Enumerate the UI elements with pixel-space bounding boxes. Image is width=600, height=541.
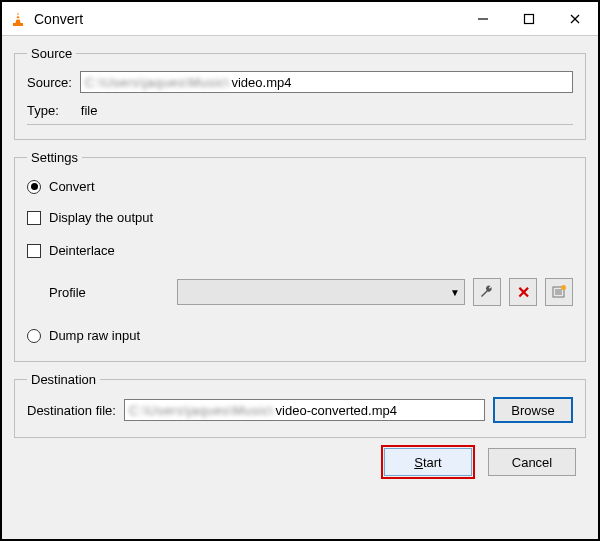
browse-button[interactable]: Browse bbox=[493, 397, 573, 423]
start-button[interactable]: Start bbox=[384, 448, 472, 476]
convert-dialog: Convert Source Source: C:\Users\jaques\M… bbox=[0, 0, 600, 541]
svg-rect-1 bbox=[16, 15, 20, 16]
dump-raw-radio-row[interactable]: Dump raw input bbox=[27, 328, 573, 343]
destination-file-label: Destination file: bbox=[27, 403, 116, 418]
cancel-button[interactable]: Cancel bbox=[488, 448, 576, 476]
profile-combobox[interactable]: ▼ bbox=[177, 279, 465, 305]
delete-profile-button[interactable]: ✕ bbox=[509, 278, 537, 306]
convert-radio-row[interactable]: Convert bbox=[27, 179, 573, 194]
settings-legend: Settings bbox=[27, 150, 82, 165]
destination-legend: Destination bbox=[27, 372, 100, 387]
maximize-button[interactable] bbox=[506, 2, 552, 35]
wrench-icon bbox=[479, 284, 495, 300]
new-profile-button[interactable] bbox=[545, 278, 573, 306]
radio-icon bbox=[27, 329, 41, 343]
settings-group: Settings Convert Display the output Dein… bbox=[14, 150, 586, 362]
svg-point-12 bbox=[561, 285, 566, 290]
display-output-label: Display the output bbox=[49, 210, 153, 225]
titlebar: Convert bbox=[2, 2, 598, 36]
type-value: file bbox=[81, 103, 98, 118]
destination-path-filename: video-converted.mp4 bbox=[276, 403, 397, 418]
start-button-label: Start bbox=[414, 455, 441, 470]
source-legend: Source bbox=[27, 46, 76, 61]
deinterlace-checkbox[interactable]: Deinterlace bbox=[27, 243, 573, 258]
display-output-checkbox[interactable]: Display the output bbox=[27, 210, 573, 225]
source-path-filename: video.mp4 bbox=[231, 75, 291, 90]
close-button[interactable] bbox=[552, 2, 598, 35]
dump-raw-radio-label: Dump raw input bbox=[49, 328, 140, 343]
x-icon: ✕ bbox=[517, 283, 530, 302]
deinterlace-label: Deinterlace bbox=[49, 243, 115, 258]
destination-file-input[interactable]: C:\Users\jaques\Music\ video-converted.m… bbox=[124, 399, 485, 421]
minimize-button[interactable] bbox=[460, 2, 506, 35]
edit-profile-button[interactable] bbox=[473, 278, 501, 306]
chevron-down-icon: ▼ bbox=[450, 287, 460, 298]
source-group: Source Source: C:\Users\jaques\Music\ vi… bbox=[14, 46, 586, 140]
destination-group: Destination Destination file: C:\Users\j… bbox=[14, 372, 586, 438]
source-label: Source: bbox=[27, 75, 72, 90]
radio-icon bbox=[27, 180, 41, 194]
destination-path-prefix: C:\Users\jaques\Music\ bbox=[129, 403, 274, 418]
browse-button-label: Browse bbox=[511, 403, 554, 418]
vlc-cone-icon bbox=[10, 11, 26, 27]
svg-rect-2 bbox=[16, 18, 21, 19]
svg-marker-0 bbox=[16, 12, 21, 23]
cancel-button-label: Cancel bbox=[512, 455, 552, 470]
source-path-prefix: C:\Users\jaques\Music\ bbox=[85, 75, 230, 90]
new-profile-icon bbox=[551, 284, 567, 300]
window-title: Convert bbox=[34, 11, 460, 27]
type-label: Type: bbox=[27, 103, 59, 118]
convert-radio-label: Convert bbox=[49, 179, 95, 194]
svg-rect-3 bbox=[13, 23, 23, 26]
checkbox-icon bbox=[27, 211, 41, 225]
checkbox-icon bbox=[27, 244, 41, 258]
source-path-input[interactable]: C:\Users\jaques\Music\ video.mp4 bbox=[80, 71, 573, 93]
profile-label: Profile bbox=[49, 285, 169, 300]
window-controls bbox=[460, 2, 598, 35]
svg-rect-5 bbox=[525, 14, 534, 23]
dialog-footer: Start Cancel bbox=[14, 448, 586, 476]
